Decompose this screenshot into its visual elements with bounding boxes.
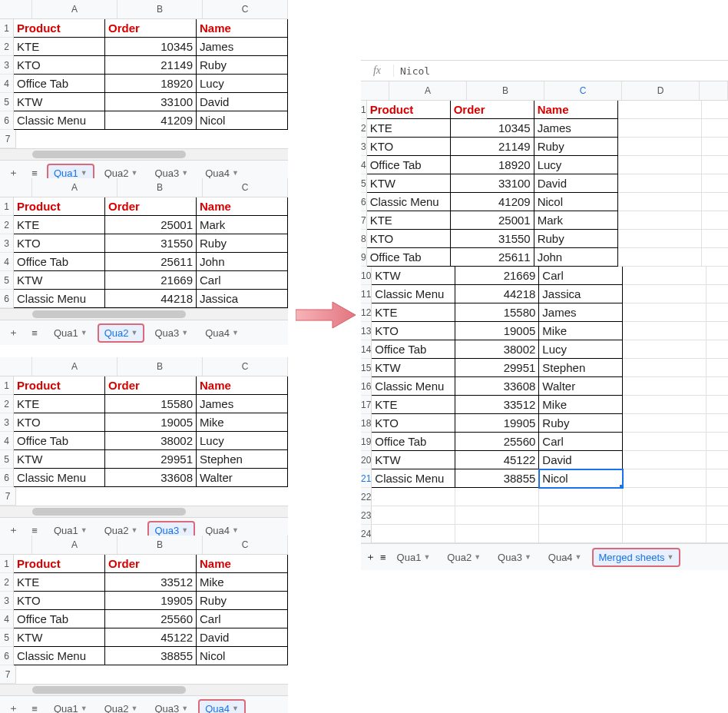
cell[interactable]: 29951 <box>455 359 539 377</box>
cell[interactable] <box>706 267 728 285</box>
cell[interactable]: Classic Menu <box>372 285 455 303</box>
cell[interactable]: Order <box>105 19 197 38</box>
cell[interactable]: Name <box>197 197 288 216</box>
cell[interactable]: KTO <box>367 138 451 156</box>
row-header[interactable]: 1 <box>0 197 14 216</box>
cell[interactable]: 33512 <box>105 573 197 592</box>
cell[interactable]: 18920 <box>105 75 197 93</box>
cell[interactable] <box>702 248 728 267</box>
cell[interactable]: KTE <box>367 211 451 230</box>
col-header-C[interactable]: C <box>203 357 288 376</box>
row-header[interactable]: 13 <box>361 322 372 340</box>
row-header[interactable]: 4 <box>0 75 14 93</box>
cell[interactable]: Nicol <box>534 193 618 211</box>
cell[interactable]: KTE <box>14 38 105 56</box>
select-all-corner[interactable] <box>361 81 389 100</box>
cell[interactable]: James <box>197 38 288 56</box>
row-header[interactable]: 5 <box>0 271 14 290</box>
cell[interactable] <box>539 506 623 525</box>
cell[interactable] <box>623 414 706 433</box>
row-header[interactable]: 23 <box>361 506 372 525</box>
select-all-corner[interactable] <box>0 357 32 376</box>
cell[interactable]: Order <box>105 376 197 395</box>
cell[interactable]: Carl <box>539 267 623 285</box>
all-sheets-button[interactable]: ≡ <box>380 552 386 563</box>
row-header[interactable]: 4 <box>0 610 14 628</box>
cell[interactable] <box>455 525 539 543</box>
cell[interactable]: Office Tab <box>372 433 455 451</box>
cell[interactable] <box>706 396 728 414</box>
cell[interactable]: Classic Menu <box>372 469 455 488</box>
cell[interactable]: 21669 <box>105 271 197 290</box>
cell[interactable]: 44218 <box>105 290 197 308</box>
cell[interactable]: Ruby <box>197 234 288 253</box>
cell[interactable]: Office Tab <box>14 610 105 628</box>
row-header[interactable]: 8 <box>361 230 367 248</box>
cell[interactable]: 33512 <box>455 396 539 414</box>
cell[interactable]: Lucy <box>197 432 288 450</box>
col-header-A[interactable]: A <box>32 0 117 18</box>
cell[interactable] <box>623 488 706 506</box>
cell[interactable] <box>702 138 728 156</box>
col-header-A[interactable]: A <box>32 357 117 376</box>
cell[interactable]: 45122 <box>105 628 197 647</box>
cell[interactable]: James <box>534 119 618 138</box>
cell[interactable]: 41209 <box>451 193 534 211</box>
horizontal-scrollbar[interactable] <box>0 506 288 517</box>
cell[interactable]: 38002 <box>455 340 539 359</box>
cell[interactable]: Order <box>451 101 534 119</box>
cell[interactable]: KTE <box>372 303 455 322</box>
row-header[interactable]: 1 <box>0 555 14 573</box>
cell[interactable]: 19905 <box>105 592 197 610</box>
row-header[interactable]: 1 <box>361 101 367 119</box>
cell[interactable] <box>618 101 702 119</box>
row-header[interactable]: 1 <box>0 376 14 395</box>
cell[interactable]: 10345 <box>451 119 534 138</box>
cell[interactable]: 19905 <box>455 414 539 433</box>
cell[interactable]: KTE <box>14 216 105 234</box>
row-header[interactable]: 5 <box>361 174 367 193</box>
cell[interactable]: Nicol <box>539 469 623 488</box>
row-header[interactable]: 7 <box>0 665 16 684</box>
cell[interactable]: 33100 <box>105 93 197 111</box>
cell[interactable] <box>623 469 706 488</box>
cell[interactable] <box>623 433 706 451</box>
cell[interactable]: Lucy <box>197 75 288 93</box>
cell[interactable] <box>455 488 539 506</box>
col-header-B[interactable]: B <box>117 0 203 18</box>
cell[interactable]: 25001 <box>451 211 534 230</box>
col-header-D[interactable]: D <box>622 81 700 100</box>
cell[interactable]: KTW <box>14 450 105 469</box>
row-header[interactable]: 2 <box>0 395 14 413</box>
cell[interactable] <box>623 340 706 359</box>
cell[interactable]: Classic Menu <box>367 193 451 211</box>
cell[interactable] <box>623 303 706 322</box>
row-header[interactable]: 2 <box>0 38 14 56</box>
cell[interactable]: KTW <box>372 359 455 377</box>
cell[interactable]: KTW <box>372 451 455 469</box>
row-header[interactable]: 16 <box>361 377 372 396</box>
cell[interactable]: Ruby <box>539 414 623 433</box>
cell[interactable]: 19005 <box>105 413 197 432</box>
cell[interactable]: Mike <box>539 322 623 340</box>
cell[interactable] <box>706 488 728 506</box>
sheet-tab-Qua2[interactable]: Qua2▼ <box>441 549 487 566</box>
cell[interactable]: Office Tab <box>367 156 451 174</box>
cell[interactable]: Name <box>197 376 288 395</box>
row-header[interactable]: 21 <box>361 469 372 488</box>
cell[interactable] <box>706 525 728 543</box>
cell[interactable]: 33608 <box>105 469 197 487</box>
cell[interactable]: Jassica <box>539 285 623 303</box>
cell[interactable] <box>372 525 455 543</box>
sheet-tab-Qua1[interactable]: Qua1▼ <box>48 700 94 714</box>
cell[interactable] <box>618 119 702 138</box>
row-header[interactable]: 6 <box>0 111 14 130</box>
scrollbar-thumb[interactable] <box>32 151 186 158</box>
row-header[interactable]: 4 <box>0 432 14 450</box>
cell[interactable]: Classic Menu <box>372 377 455 396</box>
cell[interactable] <box>623 359 706 377</box>
sheet-tab-Qua3[interactable]: Qua3▼ <box>491 549 538 566</box>
row-header[interactable]: 1 <box>0 19 14 38</box>
row-header[interactable]: 5 <box>0 628 14 647</box>
row-header[interactable]: 2 <box>0 573 14 592</box>
